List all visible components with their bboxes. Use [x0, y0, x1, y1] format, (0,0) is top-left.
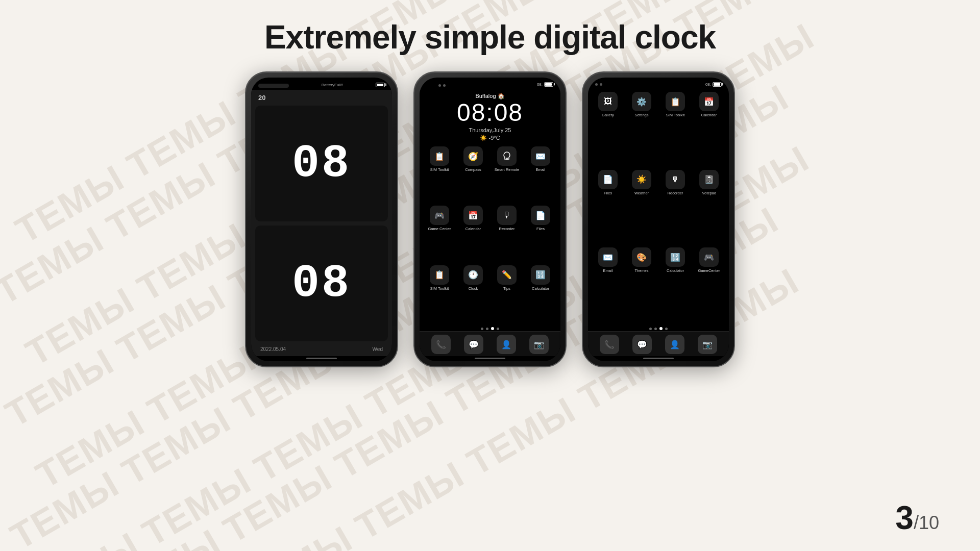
page-total: /10: [914, 512, 939, 533]
app-icon-email: ✉️: [531, 146, 550, 166]
app-game-center[interactable]: 🎮 Game Center: [424, 206, 455, 261]
drawer-themes[interactable]: 🎨 Themes: [626, 247, 657, 321]
battery-text-2: 08:: [537, 82, 543, 87]
status-bar-1: BatteryFull!!: [251, 78, 392, 90]
drawer-game-center[interactable]: 🎮 GameCenter: [693, 247, 725, 321]
phone-2: 08: Buffalog 🏠 08:08 Thursday,July 25 ☀️…: [413, 71, 567, 367]
app-smart-remote[interactable]: Smart Remote: [491, 146, 523, 202]
drawer-calculator[interactable]: 🔢 Calculator: [659, 247, 691, 321]
drawer-label-sim-toolkit: SIM Toolkit: [666, 113, 685, 117]
dock-phone[interactable]: 📞: [431, 335, 451, 354]
footer-date: 2022.05.04: [260, 346, 286, 352]
battery-icon-3: [713, 82, 722, 87]
app-icon-files: 📄: [531, 206, 550, 225]
drawer-icon-recorder: 🎙: [666, 170, 685, 189]
dot3-4: [665, 328, 668, 330]
dock3-camera[interactable]: 📷: [698, 335, 717, 354]
drawer-icon-weather: ☀️: [632, 170, 651, 189]
home-weather: ☀️ -9°C: [425, 135, 555, 141]
drawer-label-themes: Themes: [634, 268, 648, 273]
app-icon-recorder: 🎙: [497, 206, 517, 225]
app-icon-sim-toolkit-2: 📋: [430, 265, 449, 285]
volume-up-button-2: [413, 113, 414, 129]
dot-2: [486, 328, 488, 330]
notch-1: [258, 84, 289, 88]
app-sim-toolkit-2[interactable]: 📋 SIM Toolkit: [424, 265, 455, 320]
app-compass[interactable]: 🧭 Compass: [457, 146, 489, 202]
clock-block-bottom: 08: [255, 226, 388, 341]
drawer-files[interactable]: 📄 Files: [592, 170, 624, 244]
notification-text: BatteryFull!!: [322, 83, 344, 87]
app-label-calculator: Calculator: [532, 286, 549, 291]
phone-1: BatteryFull!! 20 08 08: [245, 71, 398, 367]
app-label-game-center: Game Center: [428, 227, 451, 231]
home-bar-3[interactable]: [643, 358, 674, 359]
dock-icon-phone: 📞: [431, 335, 451, 354]
phone-3: 08: 🖼 Gallery ⚙️ Settings: [582, 71, 735, 367]
page-number: 3: [895, 499, 914, 536]
dot3-1: [649, 328, 652, 330]
drawer-label-recorder: Recorder: [668, 191, 683, 195]
dock-messages[interactable]: 💬: [464, 335, 483, 354]
dock3-icon-camera: 📷: [698, 335, 717, 354]
page-content: Extremely simple digital clock BatteryFu…: [0, 0, 980, 551]
home-time: 08:08: [425, 101, 555, 125]
drawer-email[interactable]: ✉️ Email: [592, 247, 624, 321]
app-label-sim-toolkit-2: SIM Toolkit: [430, 286, 449, 291]
volume-down-button: [245, 134, 246, 159]
app-calendar[interactable]: 📅 Calendar: [457, 206, 489, 261]
battery-area-1: [376, 83, 385, 87]
drawer-settings[interactable]: ⚙️ Settings: [626, 92, 657, 166]
drawer-label-calendar: Calendar: [701, 113, 717, 117]
page-indicator: 3/10: [895, 499, 939, 537]
dock3-phone[interactable]: 📞: [600, 335, 619, 354]
dot3-3-active: [659, 327, 663, 330]
app-label-tips: Tips: [503, 286, 510, 291]
clock-digits-top: 08: [292, 141, 351, 187]
dock3-icon-phone: 📞: [600, 335, 619, 354]
app-drawer-grid: 🖼 Gallery ⚙️ Settings 📋 SIM Toolkit: [588, 89, 729, 324]
app-icon-tips: ✏️: [497, 265, 517, 285]
drawer-icon-game-center: 🎮: [699, 247, 719, 267]
battery-area-3: 08:: [705, 82, 722, 87]
app-label-files: Files: [536, 227, 545, 231]
app-sim-toolkit[interactable]: 📋 SIM Toolkit: [424, 146, 455, 202]
drawer-gallery[interactable]: 🖼 Gallery: [592, 92, 624, 166]
drawer-weather[interactable]: ☀️ Weather: [626, 170, 657, 244]
app-email[interactable]: ✉️ Email: [525, 146, 556, 202]
clock-screen: 20 08 08 2022.05.04 Wed: [251, 90, 392, 356]
app-drawer-screen: 🖼 Gallery ⚙️ Settings 📋 SIM Toolkit: [588, 89, 729, 361]
dock-contacts[interactable]: 👤: [497, 335, 516, 354]
home-bar-1[interactable]: [306, 358, 337, 359]
power-button-2: [566, 123, 567, 149]
drawer-icon-settings: ⚙️: [632, 92, 651, 111]
dock-icon-camera: 📷: [529, 335, 549, 354]
app-files[interactable]: 📄 Files: [525, 206, 556, 261]
drawer-sim-toolkit[interactable]: 📋 SIM Toolkit: [659, 92, 691, 166]
camera-dot: [438, 84, 441, 87]
drawer-label-files: Files: [604, 191, 612, 195]
volume-up-button: [245, 113, 246, 129]
dock3-messages[interactable]: 💬: [632, 335, 652, 354]
home-bar-2[interactable]: [475, 358, 505, 359]
drawer-icon-gallery: 🖼: [598, 92, 618, 111]
drawer-icon-themes: 🎨: [632, 247, 651, 267]
clock-date-label: 20: [255, 93, 388, 104]
app-recorder[interactable]: 🎙 Recorder: [491, 206, 523, 261]
app-clock[interactable]: 🕐 Clock: [457, 265, 489, 320]
drawer-notepad[interactable]: 📓 Notepad: [693, 170, 725, 244]
home-screen: Buffalog 🏠 08:08 Thursday,July 25 ☀️ -9°…: [420, 89, 560, 361]
dock3-contacts[interactable]: 👤: [665, 335, 684, 354]
drawer-icon-files: 📄: [598, 170, 618, 189]
drawer-recorder[interactable]: 🎙 Recorder: [659, 170, 691, 244]
app-tips[interactable]: ✏️ Tips: [491, 265, 523, 320]
dock-camera[interactable]: 📷: [529, 335, 549, 354]
app-calculator[interactable]: 🔢 Calculator: [525, 265, 556, 320]
camera-dot-3: [595, 83, 598, 86]
drawer-label-game-center: GameCenter: [698, 268, 720, 273]
drawer-calendar[interactable]: 📅 Calendar: [693, 92, 725, 166]
dot-1: [481, 328, 483, 330]
drawer-label-weather: Weather: [634, 191, 649, 195]
app-icon-compass: 🧭: [463, 146, 483, 166]
page-dots-3: [588, 324, 729, 331]
